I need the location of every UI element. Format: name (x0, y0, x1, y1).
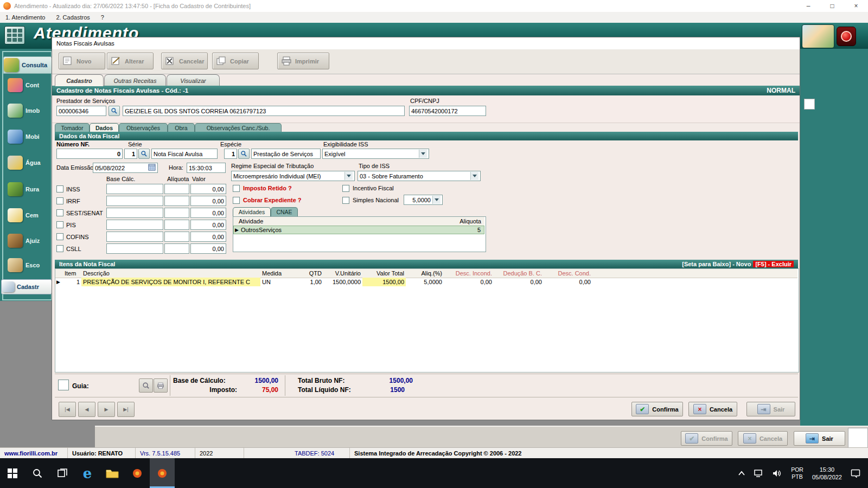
explorer-button[interactable] (100, 458, 125, 488)
window-sair-button[interactable]: ⇥ Sair (794, 431, 845, 446)
prestador-lookup-button[interactable] (108, 106, 120, 116)
inss-checkbox[interactable] (56, 185, 63, 192)
cancela-button[interactable]: × Cancela (688, 402, 737, 416)
menu-help[interactable]: ? (95, 14, 110, 21)
tab-obra[interactable]: Obra (168, 123, 195, 132)
irrf-checkbox[interactable] (56, 197, 63, 204)
window-cancela-button[interactable]: × Cancela (738, 431, 788, 446)
sest-senat-checkbox[interactable] (56, 209, 63, 216)
prestador-name-input[interactable]: GEIZIELE GIL DOS SNTOS CORREIA 062167971… (123, 106, 405, 116)
prestador-code-input[interactable]: 000006346 (56, 106, 106, 116)
csll-aliquota-input[interactable] (164, 243, 189, 254)
simples-nacional-checkbox[interactable] (342, 197, 349, 204)
tab-atividades[interactable]: Atividades (233, 207, 271, 216)
sidebar-item-mobiliario[interactable]: Mobi (8, 130, 55, 144)
sidebar-item-agua[interactable]: Água (8, 156, 55, 170)
novo-button[interactable]: Novo (59, 53, 105, 69)
sidebar-item-cadastro[interactable]: Cadastr (1, 279, 52, 294)
csll-base-input[interactable] (106, 243, 163, 254)
power-button[interactable] (837, 27, 856, 46)
sidebar-item-consulta[interactable]: Consulta (3, 56, 52, 74)
clock[interactable]: 15:3005/08/2022 (809, 458, 845, 488)
search-button[interactable] (25, 458, 50, 488)
sidebar-item-contribuintes[interactable]: Cont (8, 78, 55, 92)
language-indicator[interactable]: PORPTB (788, 458, 807, 488)
irrf-aliquota-input[interactable] (164, 196, 189, 206)
menu-atendimento[interactable]: 1. Atendimento (0, 14, 50, 21)
sest-senat-valor-input[interactable]: 0,00 (190, 208, 226, 218)
serie-lookup-button[interactable] (138, 149, 150, 159)
hora-input[interactable]: 15:30:03 (187, 163, 226, 173)
volume-icon[interactable] (769, 458, 786, 488)
especie-input[interactable]: 1 (224, 149, 237, 159)
inss-valor-input[interactable]: 0,00 (190, 184, 226, 194)
guia-view-button[interactable] (139, 378, 153, 393)
cobrar-expediente-checkbox[interactable] (233, 197, 240, 204)
minimize-icon[interactable]: – (796, 0, 820, 12)
cofins-valor-input[interactable]: 0,00 (190, 232, 226, 242)
record-last-button[interactable]: ▶| (117, 402, 135, 417)
sidebar-item-cemiterio[interactable]: Cem (8, 208, 55, 222)
sest-senat-base-input[interactable] (106, 208, 163, 218)
inss-base-input[interactable] (106, 184, 163, 194)
simples-valor-select[interactable]: 5,0000 (404, 195, 443, 205)
sidebar-item-rural[interactable]: Rura (8, 182, 55, 196)
numero-nf-input[interactable]: 0 (56, 149, 123, 159)
cofins-checkbox[interactable] (56, 233, 63, 240)
item-row[interactable]: ▶ 1 PRESTAÇÃO DE SERVIÇOS DE MONITOR I, … (55, 278, 797, 287)
tab-cnae[interactable]: CNAE (271, 207, 298, 216)
tray-chevron-up-icon[interactable] (735, 458, 749, 488)
copiar-button[interactable]: Copiar (212, 53, 259, 69)
confirma-button[interactable]: ✔ Confirma (631, 402, 683, 416)
network-icon[interactable] (751, 458, 767, 488)
sidebar-item-escola[interactable]: Esco (8, 258, 55, 272)
guia-checkbox[interactable] (58, 380, 69, 390)
tab-observacoes-canc[interactable]: Observações Canc./Sub. (195, 123, 282, 132)
start-button[interactable] (0, 458, 25, 488)
cpf-input[interactable]: 46670542000172 (409, 106, 486, 116)
csll-checkbox[interactable] (56, 245, 63, 252)
tab-cadastro[interactable]: Cadastro (55, 74, 104, 86)
window-confirma-button[interactable]: ✔ Confirma (681, 431, 732, 446)
pis-valor-input[interactable]: 0,00 (190, 220, 226, 230)
especie-lookup-button[interactable] (238, 149, 250, 159)
data-emissao-input[interactable]: 05/08/2022 (93, 163, 158, 173)
imposto-retido-checkbox[interactable] (233, 185, 240, 192)
menu-cadastros[interactable]: 2. Cadastros (50, 14, 95, 21)
sest-senat-aliquota-input[interactable] (164, 208, 189, 218)
calendar-icon[interactable] (148, 164, 156, 172)
record-next-button[interactable]: ▶ (98, 402, 115, 417)
incentivo-fiscal-checkbox[interactable] (342, 185, 349, 192)
edge-button[interactable]: e (75, 458, 100, 488)
irrf-valor-input[interactable]: 0,00 (190, 196, 226, 206)
irrf-base-input[interactable] (106, 196, 163, 206)
tab-visualizar[interactable]: Visualizar (167, 74, 220, 86)
inss-aliquota-input[interactable] (164, 184, 189, 194)
cofins-base-input[interactable] (106, 232, 163, 242)
task-view-button[interactable] (50, 458, 75, 488)
tab-tomador[interactable]: Tomador (55, 123, 90, 132)
pis-aliquota-input[interactable] (164, 220, 189, 230)
right-strip-button[interactable] (804, 99, 815, 110)
pis-base-input[interactable] (106, 220, 163, 230)
tab-outras-receitas[interactable]: Outras Receitas (104, 74, 166, 86)
notification-icon[interactable] (847, 458, 864, 488)
csll-valor-input[interactable]: 0,00 (190, 243, 226, 254)
regime-select[interactable]: Microempresário Individual (MEI) (231, 171, 355, 181)
maximize-icon[interactable]: □ (820, 0, 844, 12)
fiorilli-app2-button[interactable] (150, 458, 175, 488)
exigibilidade-select[interactable]: Exigível (322, 149, 429, 159)
cofins-aliquota-input[interactable] (164, 232, 189, 242)
record-first-button[interactable]: |◀ (59, 402, 76, 417)
sair-button[interactable]: ⇥ Sair (746, 402, 795, 416)
imprimir-button[interactable]: Imprimir (277, 53, 329, 69)
record-prev-button[interactable]: ◀ (78, 402, 95, 417)
guia-print-button[interactable] (154, 378, 168, 393)
sidebar-item-imobiliario[interactable]: Imob (8, 104, 55, 118)
close-icon[interactable]: × (844, 0, 868, 12)
serie-input[interactable]: 1 (124, 149, 137, 159)
cancelar-button[interactable]: Cancelar (161, 53, 208, 69)
tipo-iss-select[interactable]: 03 - Sobre Faturamento (358, 171, 481, 181)
tab-observacoes[interactable]: Observações (119, 123, 168, 132)
fiorilli-app-button[interactable] (125, 458, 150, 488)
